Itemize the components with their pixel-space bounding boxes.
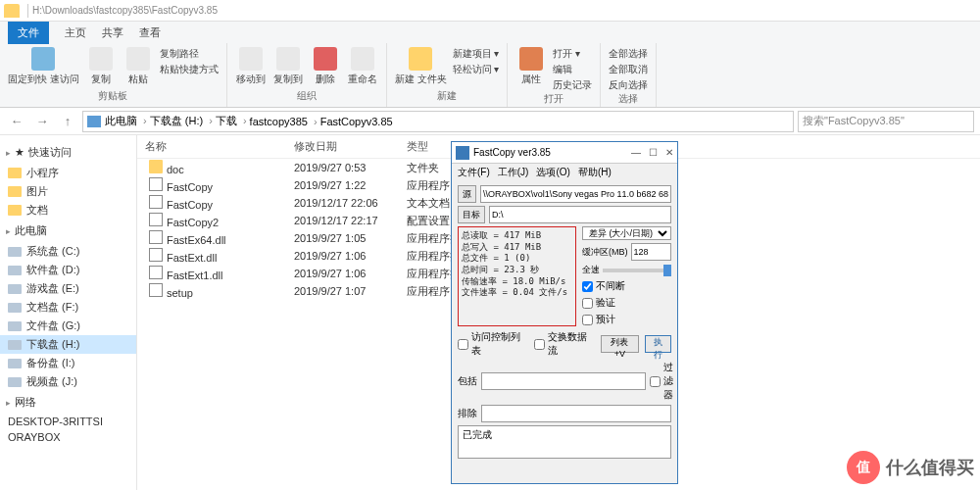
sidebar-thispc[interactable]: 此电脑	[0, 220, 136, 242]
dst-button[interactable]: 目标	[458, 206, 485, 223]
src-button[interactable]: 源	[458, 185, 476, 203]
delete-button[interactable]: 删除	[310, 47, 341, 86]
close-icon[interactable]: ✕	[665, 147, 673, 158]
dlg-menu-opt[interactable]: 选项(O)	[536, 166, 569, 179]
dlg-menu-help[interactable]: 帮助(H)	[578, 166, 612, 179]
output-box: 已完成	[458, 425, 671, 459]
execute-button[interactable]: 执行	[645, 335, 671, 353]
sidebar-drive[interactable]: 视频盘 (J:)	[0, 372, 136, 391]
sidebar-drive[interactable]: 软件盘 (D:)	[0, 261, 136, 279]
sidebar-item[interactable]: 小程序	[0, 164, 136, 182]
location-bar: ← → ↑ 此电脑 下载盘 (H:) 下载 fastcopy385 FastCo…	[0, 108, 980, 135]
easy-access[interactable]: 轻松访问 ▾	[453, 63, 500, 76]
fastcopy-dialog: FastCopy ver3.85 —☐✕ 文件(F) 工作(J) 选项(O) 帮…	[451, 141, 678, 484]
back-button[interactable]: ←	[6, 111, 27, 132]
exclude-input[interactable]	[481, 405, 671, 422]
menu-file[interactable]: 文件	[8, 22, 49, 44]
sidebar-item[interactable]: ORAYBOX	[0, 429, 136, 445]
copyto-button[interactable]: 复制到	[272, 47, 304, 86]
sidebar-item[interactable]: 图片	[0, 182, 136, 201]
paste-button[interactable]: 粘贴	[122, 47, 154, 86]
sidebar: ★快速访问 小程序 图片 文档 此电脑 系统盘 (C:)软件盘 (D:)游戏盘 …	[0, 135, 137, 490]
edit-item[interactable]: 编辑	[553, 63, 592, 76]
forward-button[interactable]: →	[31, 111, 53, 132]
mode-select[interactable]: 差异 (大小/日期)	[582, 226, 671, 240]
copy-button[interactable]: 复制	[85, 47, 117, 86]
list-button[interactable]: 列表+V	[601, 335, 638, 353]
sidebar-network[interactable]: 网络	[0, 391, 136, 414]
select-inv[interactable]: 反向选择	[609, 78, 648, 92]
watermark-icon: 值	[847, 451, 880, 484]
verify-check[interactable]: 验证	[582, 296, 671, 310]
nonstop-check[interactable]: 不间断	[582, 279, 671, 293]
new-item[interactable]: 新建项目 ▾	[453, 47, 500, 61]
sidebar-drive[interactable]: 备份盘 (I:)	[0, 354, 136, 372]
dlg-menu-job[interactable]: 工作(J)	[498, 166, 529, 179]
up-button[interactable]: ↑	[57, 111, 78, 132]
sidebar-drive[interactable]: 游戏盘 (E:)	[0, 279, 136, 298]
menu-share[interactable]: 共享	[102, 25, 123, 40]
window-titlebar: H:\Downloads\fastcopy385\FastCopyv3.85	[0, 0, 980, 22]
buffer-input[interactable]	[631, 243, 672, 261]
header-name[interactable]: 名称	[137, 139, 294, 154]
select-none[interactable]: 全部取消	[609, 63, 648, 76]
move-button[interactable]: 移动到	[235, 47, 267, 86]
dlg-menu-file[interactable]: 文件(F)	[458, 166, 490, 179]
speed-slider[interactable]	[603, 269, 671, 272]
sidebar-drive[interactable]: 文件盘 (G:)	[0, 317, 136, 335]
sidebar-item[interactable]: DESKTOP-3RITTSI	[0, 414, 136, 429]
src-input[interactable]	[480, 185, 671, 203]
address-bar[interactable]: 此电脑 下载盘 (H:) 下载 fastcopy385 FastCopyv3.8…	[82, 111, 794, 132]
history-item[interactable]: 历史记录	[553, 78, 592, 92]
paste-shortcut[interactable]: 粘贴快捷方式	[160, 63, 219, 76]
title-path: H:\Downloads\fastcopy385\FastCopyv3.85	[32, 5, 218, 16]
dialog-titlebar[interactable]: FastCopy ver3.85 —☐✕	[452, 142, 677, 164]
select-all[interactable]: 全部选择	[609, 47, 648, 61]
filter-check[interactable]: 过滤器	[650, 361, 671, 402]
dst-input[interactable]	[489, 206, 671, 223]
menubar: 文件 主页 共享 查看	[0, 22, 980, 43]
sidebar-drive[interactable]: 下载盘 (H:)	[0, 335, 136, 354]
copy-path[interactable]: 复制路径	[160, 47, 219, 61]
altstream-check[interactable]: 交换数据流	[534, 330, 595, 358]
sidebar-drive[interactable]: 系统盘 (C:)	[0, 242, 136, 261]
stats-box: 总读取 = 417 MiB总写入 = 417 MiB总文件 = 1 (0)总时间…	[458, 226, 576, 326]
estimate-check[interactable]: 预计	[582, 313, 671, 326]
app-icon	[456, 146, 469, 160]
newfolder-button[interactable]: 新建 文件夹	[395, 47, 447, 86]
watermark: 值 什么值得买	[847, 451, 974, 484]
props-button[interactable]: 属性	[515, 47, 547, 86]
acl-check[interactable]: 访问控制列表	[458, 330, 528, 358]
ribbon: 固定到快 速访问 复制 粘贴 复制路径粘贴快捷方式 剪贴板 移动到 复制到 删除…	[0, 43, 980, 108]
open-item[interactable]: 打开 ▾	[553, 47, 592, 61]
menu-home[interactable]: 主页	[65, 25, 86, 40]
sidebar-item[interactable]: 文档	[0, 201, 136, 220]
maximize-icon[interactable]: ☐	[649, 147, 658, 158]
folder-icon	[4, 4, 20, 18]
sidebar-drive[interactable]: 文档盘 (F:)	[0, 298, 136, 317]
search-input[interactable]: 搜索"FastCopyv3.85"	[798, 111, 974, 132]
menu-view[interactable]: 查看	[139, 25, 161, 40]
minimize-icon[interactable]: —	[631, 147, 641, 158]
header-date[interactable]: 修改日期	[294, 139, 407, 154]
include-input[interactable]	[481, 372, 646, 390]
pc-icon	[87, 116, 101, 127]
dialog-title: FastCopy ver3.85	[473, 147, 551, 158]
rename-button[interactable]: 重命名	[347, 47, 378, 86]
pin-button[interactable]: 固定到快 速访问	[8, 47, 79, 86]
sidebar-quick[interactable]: ★快速访问	[0, 141, 136, 164]
